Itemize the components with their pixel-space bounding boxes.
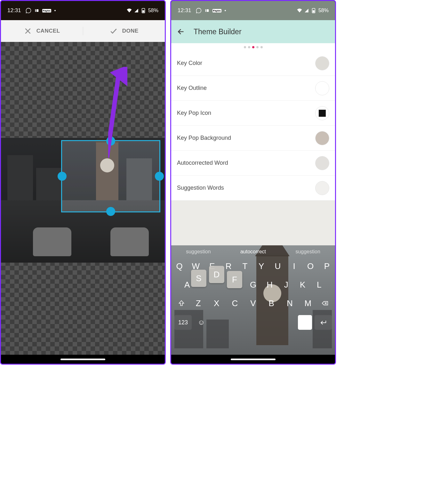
empty-area bbox=[171, 201, 335, 245]
page-dot[interactable] bbox=[248, 46, 250, 48]
page-dot[interactable] bbox=[252, 46, 254, 48]
key-popup: S bbox=[191, 270, 206, 287]
id-icon bbox=[205, 8, 209, 13]
crop-selection[interactable] bbox=[61, 140, 160, 212]
wifi-icon bbox=[126, 8, 132, 13]
battery-icon bbox=[311, 8, 316, 13]
crop-editor-screen: 12:31 Paytm 58% CANCEL DONE bbox=[0, 0, 166, 365]
setting-label: Key Pop Icon bbox=[177, 110, 211, 116]
key-l[interactable]: L bbox=[311, 280, 328, 290]
status-battery: 58% bbox=[148, 8, 158, 13]
key-row-bottom: 123 ☺ . bbox=[171, 313, 335, 332]
page-title: Theme Builder bbox=[194, 28, 242, 36]
color-swatch[interactable] bbox=[315, 156, 329, 170]
key-u[interactable]: U bbox=[269, 261, 286, 271]
key-t[interactable]: T bbox=[237, 261, 253, 271]
svg-rect-5 bbox=[205, 9, 206, 12]
crop-handle-left[interactable] bbox=[58, 172, 67, 181]
setting-label: Key Outline bbox=[177, 85, 207, 91]
theme-appbar: Theme Builder bbox=[171, 20, 335, 43]
check-icon bbox=[109, 27, 118, 35]
paytm-icon: Paytm bbox=[42, 9, 51, 12]
key-q[interactable]: Q bbox=[171, 261, 188, 271]
page-dot[interactable] bbox=[244, 46, 246, 48]
setting-row[interactable]: Autocorrected Word bbox=[171, 151, 335, 176]
key-x[interactable]: X bbox=[207, 298, 226, 308]
svg-rect-0 bbox=[35, 9, 36, 12]
svg-rect-6 bbox=[206, 9, 208, 12]
cancel-label: CANCEL bbox=[36, 28, 60, 34]
period-key[interactable]: . bbox=[298, 315, 312, 330]
key-g[interactable]: G bbox=[245, 280, 261, 290]
done-label: DONE bbox=[122, 28, 139, 34]
crop-canvas[interactable] bbox=[1, 42, 165, 355]
nav-bar[interactable] bbox=[1, 355, 165, 364]
autocorrect-center[interactable]: autocorrect bbox=[240, 249, 266, 255]
color-swatch[interactable] bbox=[315, 131, 329, 145]
crop-handle-bottom[interactable] bbox=[106, 207, 115, 216]
page-dot[interactable] bbox=[256, 46, 259, 48]
status-bar: 12:31 Paytm 58% bbox=[171, 1, 335, 20]
crop-handle-top[interactable] bbox=[106, 137, 115, 146]
setting-row[interactable]: Key Color bbox=[171, 51, 335, 76]
id-icon bbox=[35, 8, 39, 13]
back-icon[interactable] bbox=[177, 28, 185, 36]
cancel-button[interactable]: CANCEL bbox=[1, 27, 83, 35]
setting-label: Autocorrected Word bbox=[177, 160, 228, 166]
setting-row[interactable]: Key Outline bbox=[171, 76, 335, 101]
svg-rect-3 bbox=[142, 10, 144, 12]
backspace-key[interactable] bbox=[317, 297, 332, 310]
crop-appbar: CANCEL DONE bbox=[1, 20, 165, 42]
key-i[interactable]: I bbox=[286, 261, 302, 271]
color-swatch[interactable] bbox=[315, 106, 329, 120]
signal-icon bbox=[304, 8, 309, 13]
paytm-icon: Paytm bbox=[212, 9, 221, 12]
more-dot-icon bbox=[54, 10, 56, 11]
key-j[interactable]: J bbox=[278, 280, 294, 290]
settings-list: Key ColorKey OutlineKey Pop IconKey Pop … bbox=[171, 51, 335, 201]
nav-bar[interactable] bbox=[171, 355, 335, 364]
wifi-icon bbox=[297, 8, 302, 13]
signal-icon bbox=[134, 8, 139, 13]
setting-row[interactable]: Key Pop Background bbox=[171, 126, 335, 151]
suggestion-left[interactable]: suggestion bbox=[186, 249, 211, 255]
key-m[interactable]: M bbox=[299, 298, 317, 308]
key-o[interactable]: O bbox=[302, 261, 319, 271]
page-dot[interactable] bbox=[260, 46, 263, 48]
key-v[interactable]: V bbox=[244, 298, 262, 308]
color-swatch[interactable] bbox=[315, 56, 329, 70]
key-b[interactable]: B bbox=[262, 298, 281, 308]
key-n[interactable]: N bbox=[281, 298, 299, 308]
color-swatch[interactable] bbox=[315, 181, 329, 195]
color-swatch[interactable] bbox=[315, 81, 329, 95]
status-time: 12:31 bbox=[7, 7, 21, 14]
key-c[interactable]: C bbox=[226, 298, 244, 308]
emoji-key[interactable]: ☺ bbox=[194, 315, 208, 330]
status-time: 12:31 bbox=[178, 7, 191, 14]
enter-key[interactable] bbox=[315, 315, 332, 330]
key-p[interactable]: P bbox=[319, 261, 335, 271]
close-icon bbox=[24, 27, 32, 35]
status-bar: 12:31 Paytm 58% bbox=[1, 1, 165, 20]
setting-label: Suggestion Words bbox=[177, 185, 224, 191]
theme-builder-screen: 12:31 Paytm 58% Theme Builder Key ColorK… bbox=[170, 0, 336, 365]
setting-row[interactable]: Key Pop Icon bbox=[171, 101, 335, 126]
setting-row[interactable]: Suggestion Words bbox=[171, 176, 335, 201]
page-indicator[interactable] bbox=[171, 43, 335, 51]
setting-label: Key Color bbox=[177, 60, 202, 67]
numeric-key[interactable]: 123 bbox=[174, 315, 192, 330]
crop-handle-right[interactable] bbox=[155, 172, 164, 181]
key-z[interactable]: Z bbox=[189, 298, 207, 308]
key-k[interactable]: K bbox=[294, 280, 311, 290]
done-button[interactable]: DONE bbox=[83, 27, 165, 35]
suggestion-bar[interactable]: suggestion autocorrect suggestion bbox=[171, 245, 335, 257]
setting-label: Key Pop Background bbox=[177, 135, 231, 141]
status-battery: 58% bbox=[318, 8, 329, 13]
key-y[interactable]: Y bbox=[253, 261, 269, 271]
shift-key[interactable] bbox=[174, 297, 189, 310]
keyboard-preview: suggestion autocorrect suggestion QWERTY… bbox=[171, 245, 335, 355]
space-key[interactable] bbox=[211, 315, 295, 330]
svg-rect-8 bbox=[313, 10, 315, 12]
suggestion-right[interactable]: suggestion bbox=[295, 249, 320, 255]
key-h[interactable]: H bbox=[261, 280, 278, 290]
